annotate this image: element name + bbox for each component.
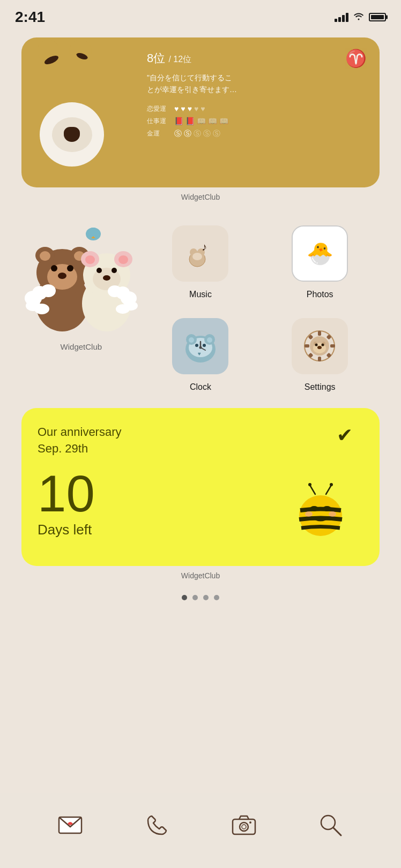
svg-point-84 — [242, 825, 246, 829]
rank-total: / 12位 — [168, 55, 191, 64]
dollar-2: Ⓢ — [184, 129, 191, 139]
svg-point-7 — [88, 228, 99, 236]
rilakkuma-illustration — [24, 223, 139, 338]
music-icon-wrapper: ♪ — [169, 223, 231, 284]
svg-point-69 — [322, 344, 324, 346]
music-label: Music — [189, 290, 212, 299]
app-grid: ♪ Music 🐣 Photos — [21, 217, 380, 403]
horoscope-quote: "自分を信じて行動するこ とが幸運を引き寄せます… — [147, 72, 367, 96]
heart-4: ♥ — [194, 104, 198, 113]
page-dot-3[interactable] — [203, 595, 209, 600]
svg-point-83 — [240, 822, 248, 831]
wifi-icon — [353, 12, 365, 23]
heart-3: ♥ — [188, 104, 192, 113]
photos-label: Photos — [307, 290, 333, 299]
horoscope-rank: 8位 / 12位 — [147, 50, 367, 66]
svg-point-25 — [34, 304, 49, 314]
svg-line-87 — [333, 828, 341, 835]
svg-point-51 — [203, 344, 206, 347]
svg-point-79 — [305, 511, 313, 517]
svg-point-85 — [249, 821, 251, 824]
dollar-1: Ⓢ — [174, 129, 182, 139]
love-icons: ♥ ♥ ♥ ♥ ♥ — [174, 104, 205, 113]
svg-rect-54 — [318, 331, 321, 336]
camera-icon — [224, 805, 264, 846]
app-settings[interactable]: Settings — [260, 310, 380, 403]
work-fortune: 仕事運 📕 📕 📖 📖 📖 — [147, 117, 367, 126]
app-music[interactable]: ♪ Music — [141, 217, 261, 310]
money-fortune: 金運 Ⓢ Ⓢ Ⓢ Ⓢ Ⓢ — [147, 129, 367, 139]
status-time: 2:41 — [15, 9, 45, 26]
heart-2: ♥ — [181, 104, 185, 113]
love-label: 恋愛運 — [147, 104, 171, 114]
signal-icon — [335, 12, 348, 22]
svg-point-31 — [118, 255, 128, 264]
page-dot-2[interactable] — [192, 595, 198, 600]
svg-point-23 — [41, 284, 56, 297]
page-dot-4[interactable] — [214, 595, 219, 600]
svg-line-72 — [326, 485, 331, 494]
svg-point-13 — [40, 251, 50, 261]
anniv-title-line1: Our anniversary — [38, 425, 122, 439]
svg-rect-61 — [326, 353, 332, 358]
mail-icon — [50, 805, 91, 846]
svg-point-80 — [329, 511, 336, 517]
svg-point-74 — [330, 483, 333, 486]
dollar-5: Ⓢ — [213, 129, 220, 139]
dock-phone[interactable] — [137, 805, 177, 846]
dollar-3: Ⓢ — [194, 129, 201, 139]
svg-text:♥: ♥ — [198, 351, 201, 357]
svg-point-35 — [103, 275, 110, 281]
book-3: 📖 — [197, 117, 206, 125]
dollar-4: Ⓢ — [203, 129, 211, 139]
svg-point-68 — [315, 344, 318, 346]
clock-label: Clock — [190, 382, 211, 392]
chick-emoji: 🐣 — [307, 241, 333, 266]
svg-point-50 — [195, 344, 198, 347]
svg-point-75 — [299, 495, 342, 536]
anniversary-widget[interactable]: Our anniversary Sep. 29th ✔ 10 Days left — [21, 408, 380, 566]
svg-point-18 — [58, 273, 66, 279]
svg-rect-82 — [233, 819, 255, 834]
app-photos[interactable]: 🐣 Photos — [260, 217, 380, 310]
widgetclub-label: WidgetClub — [61, 342, 102, 351]
page-dots — [0, 595, 401, 600]
svg-point-45 — [199, 346, 202, 349]
music-icon: ♪ — [172, 225, 228, 282]
love-fortune: 恋愛運 ♥ ♥ ♥ ♥ ♥ — [147, 104, 367, 114]
checkmark-icon: ✔ — [337, 424, 353, 447]
status-icons — [335, 12, 386, 23]
photos-icon: 🐣 — [292, 225, 348, 282]
svg-rect-57 — [330, 344, 335, 348]
rank-value: 8位 — [147, 51, 165, 65]
heart-5: ♥ — [200, 104, 205, 113]
app-clock[interactable]: ♥ Clock — [141, 310, 261, 403]
clock-icon: ♥ — [172, 318, 228, 374]
svg-point-38 — [108, 285, 122, 297]
settings-icon — [292, 318, 348, 374]
phone-icon — [137, 805, 177, 846]
svg-point-34 — [112, 268, 117, 273]
svg-point-16 — [51, 265, 57, 271]
dock-search[interactable] — [311, 805, 351, 846]
bee-character — [288, 481, 358, 550]
anniversary-title: Our anniversary Sep. 29th — [38, 424, 363, 457]
svg-point-70 — [317, 346, 322, 349]
work-icons: 📕 📕 📖 📖 📖 — [174, 117, 228, 125]
svg-point-17 — [67, 265, 73, 271]
svg-point-40 — [116, 304, 130, 314]
work-label: 仕事運 — [147, 117, 171, 126]
heart-1: ♥ — [174, 104, 179, 113]
settings-label: Settings — [305, 382, 336, 392]
svg-point-30 — [85, 255, 95, 264]
app-widgetclub-large[interactable]: WidgetClub — [21, 217, 141, 403]
dock-mail[interactable] — [50, 805, 91, 846]
horoscope-widget[interactable]: 8位 / 12位 "自分を信じて行動するこ とが幸運を引き寄せます… 恋愛運 ♥… — [21, 37, 380, 187]
page-dot-1[interactable] — [182, 595, 187, 600]
settings-icon-wrapper — [289, 315, 351, 377]
svg-point-48 — [189, 337, 194, 343]
svg-rect-55 — [318, 357, 321, 361]
dock-camera[interactable] — [224, 805, 264, 846]
search-icon — [311, 805, 351, 846]
dock — [0, 793, 401, 868]
